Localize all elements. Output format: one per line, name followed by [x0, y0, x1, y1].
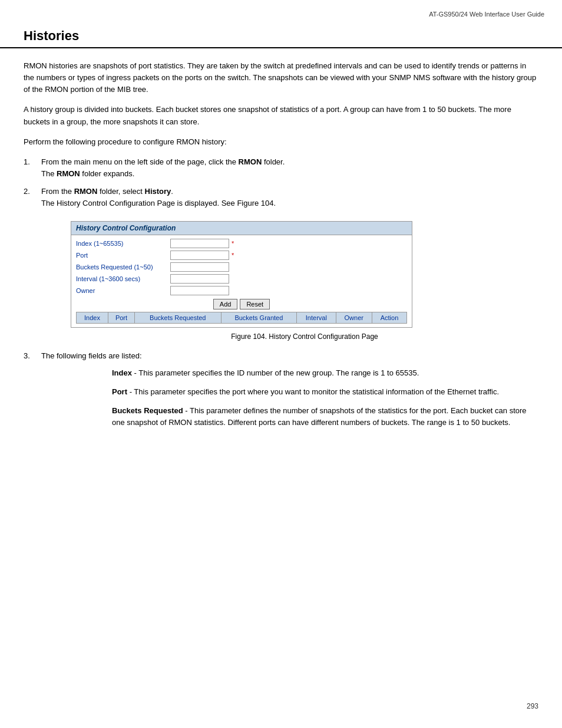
form-row-port: Port *: [76, 251, 407, 260]
figure-caption: Figure 104. History Control Configuratio…: [71, 332, 538, 341]
step-2-content: From the RMON folder, select History. Th…: [41, 186, 538, 209]
label-buckets-requested: Buckets Requested (1~50): [76, 263, 170, 271]
step-1-content: From the main menu on the left side of t…: [41, 156, 538, 180]
input-index[interactable]: [170, 239, 229, 248]
form-row-index: Index (1~65535) *: [76, 239, 407, 248]
th-buckets-granted: Buckets Granted: [221, 312, 296, 324]
step-1-line1: From the main menu on the left side of t…: [41, 157, 285, 166]
step-1-rmon-bold2: RMON: [57, 169, 80, 178]
page-title: Histories: [24, 28, 79, 43]
header-title: AT-GS950/24 Web Interface User Guide: [429, 11, 544, 18]
step-1: 1. From the main menu on the left side o…: [24, 156, 538, 180]
th-action: Action: [372, 312, 406, 324]
add-button[interactable]: Add: [213, 299, 238, 309]
form-row-owner: Owner: [76, 286, 407, 295]
step-3: 3. The following fields are listed: Inde…: [24, 350, 538, 436]
input-buckets-requested[interactable]: [170, 262, 229, 272]
form-row-buckets-requested: Buckets Requested (1~50): [76, 262, 407, 272]
step-3-number: 3.: [24, 350, 41, 362]
table-header-row: Index Port Buckets Requested Buckets Gra…: [77, 312, 407, 324]
input-interval[interactable]: [170, 274, 229, 284]
asterisk-port: *: [232, 252, 234, 259]
th-index: Index: [77, 312, 108, 324]
page-number: 293: [527, 702, 538, 710]
step-2-history-bold: History: [145, 187, 171, 196]
step-2-rmon-bold: RMON: [74, 187, 98, 196]
th-buckets-requested: Buckets Requested: [134, 312, 221, 324]
label-index: Index (1~65535): [76, 240, 170, 247]
field-desc-buckets: Buckets Requested - This parameter defin…: [112, 405, 538, 429]
label-port: Port: [76, 252, 170, 259]
step-3-content: The following fields are listed: Index -…: [41, 350, 538, 436]
data-table: Index Port Buckets Requested Buckets Gra…: [76, 312, 407, 324]
field-desc-index: Index - This parameter specifies the ID …: [112, 367, 538, 379]
intro-para-3: Perform the following procedure to confi…: [24, 136, 538, 148]
figure-container: History Control Configuration Index (1~6…: [71, 221, 538, 341]
field-name-index: Index: [112, 368, 132, 377]
step-2-line1: From the RMON folder, select History.: [41, 187, 173, 196]
th-port: Port: [108, 312, 135, 324]
input-port[interactable]: [170, 251, 229, 260]
config-title-bar: History Control Configuration: [71, 222, 412, 235]
field-name-buckets: Buckets Requested: [112, 406, 183, 415]
field-desc-port: Port - This parameter specifies the port…: [112, 386, 538, 398]
step-1-number: 1.: [24, 156, 41, 168]
asterisk-index: *: [232, 240, 234, 247]
field-name-port: Port: [112, 387, 127, 396]
config-box: History Control Configuration Index (1~6…: [71, 221, 412, 328]
th-owner: Owner: [336, 312, 372, 324]
step-2-number: 2.: [24, 186, 41, 197]
field-descriptions: Index - This parameter specifies the ID …: [112, 367, 538, 429]
button-row: Add Reset: [76, 299, 407, 309]
config-form: Index (1~65535) * Port * Buckets Request…: [71, 235, 412, 327]
input-owner[interactable]: [170, 286, 229, 295]
intro-para-2: A history group is divided into buckets.…: [24, 104, 538, 127]
label-owner: Owner: [76, 287, 170, 294]
field-text-index: - This parameter specifies the ID number…: [134, 368, 419, 377]
intro-para-1: RMON histories are snapshots of port sta…: [24, 60, 538, 95]
reset-button[interactable]: Reset: [240, 299, 270, 309]
step-2-line2: The History Control Configuration Page i…: [41, 199, 276, 207]
label-interval: Interval (1~3600 secs): [76, 275, 170, 282]
step-1-line2: The RMON folder expands.: [41, 169, 134, 178]
field-text-port: - This parameter specifies the port wher…: [130, 387, 499, 396]
form-row-interval: Interval (1~3600 secs): [76, 274, 407, 284]
step-1-rmon-bold: RMON: [239, 157, 262, 166]
step-2: 2. From the RMON folder, select History.…: [24, 186, 538, 209]
step-3-intro: The following fields are listed:: [41, 351, 142, 360]
th-interval: Interval: [297, 312, 336, 324]
